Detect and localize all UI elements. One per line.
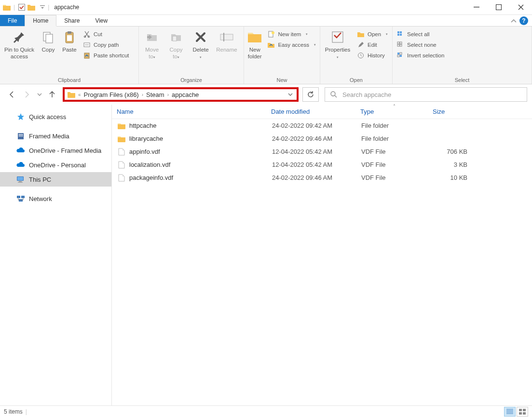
close-button[interactable] bbox=[510, 0, 532, 15]
svg-rect-27 bbox=[400, 44, 402, 46]
sidebar-item[interactable]: Framed Media bbox=[0, 129, 111, 143]
sort-indicator-icon: ˄ bbox=[184, 104, 532, 108]
sidebar-item[interactable]: Quick access bbox=[0, 109, 111, 124]
pin-quick-access-button[interactable]: Pin to Quick access bbox=[2, 28, 37, 61]
rename-button[interactable]: Rename bbox=[214, 28, 239, 54]
cloud-icon bbox=[16, 161, 25, 169]
svg-rect-23 bbox=[400, 34, 402, 36]
svg-rect-41 bbox=[17, 177, 23, 180]
minimize-button[interactable] bbox=[465, 0, 488, 15]
copy-path-button[interactable]: Copy path bbox=[81, 40, 131, 50]
sidebar-item-label: Network bbox=[29, 195, 52, 202]
select-none-button[interactable]: Select none bbox=[395, 40, 446, 50]
delete-button[interactable]: Delete▾ bbox=[189, 28, 212, 61]
help-icon[interactable]: ? bbox=[519, 16, 528, 25]
paste-shortcut-button[interactable]: Paste shortcut bbox=[81, 51, 131, 60]
copy-button[interactable]: Copy bbox=[39, 28, 58, 54]
svg-rect-37 bbox=[19, 135, 20, 136]
column-header-size[interactable]: Size bbox=[428, 108, 471, 115]
column-header-name[interactable]: Name bbox=[112, 108, 266, 115]
forward-button[interactable] bbox=[20, 88, 34, 101]
folder-icon bbox=[118, 122, 125, 130]
history-button[interactable]: History bbox=[355, 51, 390, 60]
tab-share[interactable]: Share bbox=[56, 15, 87, 26]
sidebar-item[interactable]: OneDrive - Personal bbox=[0, 158, 111, 172]
refresh-button[interactable] bbox=[302, 87, 319, 102]
svg-rect-34 bbox=[19, 134, 20, 135]
properties-button[interactable]: Properties▾ bbox=[322, 28, 353, 61]
file-row[interactable]: appinfo.vdf12-04-2022 05:42 AMVDF File70… bbox=[112, 145, 532, 158]
navigation-bar: « Program Files (x86) › Steam › appcache bbox=[0, 84, 532, 105]
open-button[interactable]: Open▾ bbox=[355, 29, 390, 39]
cut-button[interactable]: Cut bbox=[81, 29, 131, 39]
invert-selection-button[interactable]: Invert selection bbox=[395, 51, 446, 60]
move-to-button[interactable]: Move to▾ bbox=[141, 28, 163, 61]
file-name: httpcache bbox=[129, 122, 156, 129]
edit-button[interactable]: Edit bbox=[355, 40, 390, 50]
breadcrumb-item[interactable]: Steam bbox=[143, 91, 167, 98]
tab-file[interactable]: File bbox=[0, 15, 25, 26]
easy-access-button[interactable]: Easy access▾ bbox=[265, 40, 318, 50]
paste-button[interactable]: Paste bbox=[60, 28, 79, 54]
column-header-date[interactable]: Date modified bbox=[266, 108, 355, 115]
breadcrumb-item[interactable]: Program Files (x86) bbox=[81, 91, 142, 98]
details-view-button[interactable] bbox=[504, 407, 516, 417]
qat-checkbox-icon[interactable] bbox=[18, 3, 26, 11]
address-dropdown-icon[interactable] bbox=[284, 93, 297, 96]
svg-rect-14 bbox=[220, 34, 233, 40]
file-date: 24-02-2022 09:46 AM bbox=[267, 135, 356, 142]
file-name: appinfo.vdf bbox=[129, 148, 160, 155]
search-input[interactable] bbox=[342, 91, 522, 98]
svg-rect-0 bbox=[19, 4, 25, 11]
qat-folder-icon[interactable] bbox=[27, 3, 35, 11]
svg-point-17 bbox=[272, 31, 274, 34]
file-row[interactable]: localization.vdf12-04-2022 05:42 AMVDF F… bbox=[112, 158, 532, 171]
maximize-button[interactable] bbox=[488, 0, 510, 15]
ribbon-group-label: Clipboard bbox=[2, 76, 136, 84]
collapse-ribbon-icon[interactable] bbox=[511, 18, 517, 23]
copy-path-icon bbox=[83, 41, 91, 49]
back-button[interactable] bbox=[5, 88, 18, 101]
pc-icon bbox=[16, 175, 25, 184]
file-row[interactable]: librarycache24-02-2022 09:46 AMFile fold… bbox=[112, 132, 532, 145]
file-row[interactable]: httpcache24-02-2022 09:42 AMFile folder bbox=[112, 119, 532, 132]
new-folder-button[interactable]: New folder bbox=[246, 28, 263, 61]
recent-dropdown-icon[interactable] bbox=[36, 88, 43, 101]
svg-rect-22 bbox=[397, 34, 399, 36]
thumbnails-view-button[interactable] bbox=[517, 407, 528, 417]
ribbon-group-label: Select bbox=[395, 76, 530, 84]
file-rows[interactable]: httpcache24-02-2022 09:42 AMFile folderl… bbox=[112, 119, 532, 405]
new-item-icon bbox=[267, 30, 275, 38]
select-all-icon bbox=[396, 30, 404, 38]
sidebar-item-label: Framed Media bbox=[29, 133, 69, 140]
search-box[interactable] bbox=[325, 87, 527, 102]
file-row[interactable]: packageinfo.vdf24-02-2022 09:46 AMVDF Fi… bbox=[112, 171, 532, 184]
file-date: 24-02-2022 09:42 AM bbox=[267, 122, 356, 129]
svg-rect-26 bbox=[397, 44, 399, 46]
select-all-button[interactable]: Select all bbox=[395, 29, 446, 39]
sidebar-item[interactable]: This PC bbox=[0, 172, 111, 187]
sidebar[interactable]: Quick accessFramed MediaOneDrive - Frame… bbox=[0, 105, 112, 405]
copy-to-button[interactable]: Copy to▾ bbox=[165, 28, 187, 61]
svg-rect-21 bbox=[400, 31, 402, 33]
move-to-icon bbox=[144, 29, 160, 45]
address-bar[interactable]: « Program Files (x86) › Steam › appcache bbox=[63, 87, 299, 102]
tab-home[interactable]: Home bbox=[25, 15, 56, 27]
column-header-type[interactable]: Type bbox=[355, 108, 428, 115]
breadcrumb-item[interactable]: appcache bbox=[169, 91, 202, 98]
sidebar-item[interactable]: OneDrive - Framed Media bbox=[0, 143, 111, 158]
ribbon-group-label: New bbox=[246, 76, 318, 84]
sidebar-item[interactable]: Network bbox=[0, 191, 111, 206]
qat-dropdown-icon[interactable] bbox=[37, 5, 45, 9]
ribbon-group-select: Select all Select none Invert selection … bbox=[393, 27, 532, 84]
ribbon: Pin to Quick access Copy Paste bbox=[0, 27, 532, 84]
tab-view[interactable]: View bbox=[87, 15, 115, 26]
search-icon bbox=[330, 91, 338, 98]
separator: | bbox=[23, 408, 30, 415]
separator: | bbox=[13, 4, 16, 11]
file-type: VDF File bbox=[356, 148, 429, 155]
new-item-button[interactable]: New item▾ bbox=[265, 29, 318, 39]
svg-rect-7 bbox=[68, 31, 71, 34]
up-button[interactable] bbox=[45, 88, 59, 101]
delete-icon bbox=[193, 29, 208, 45]
